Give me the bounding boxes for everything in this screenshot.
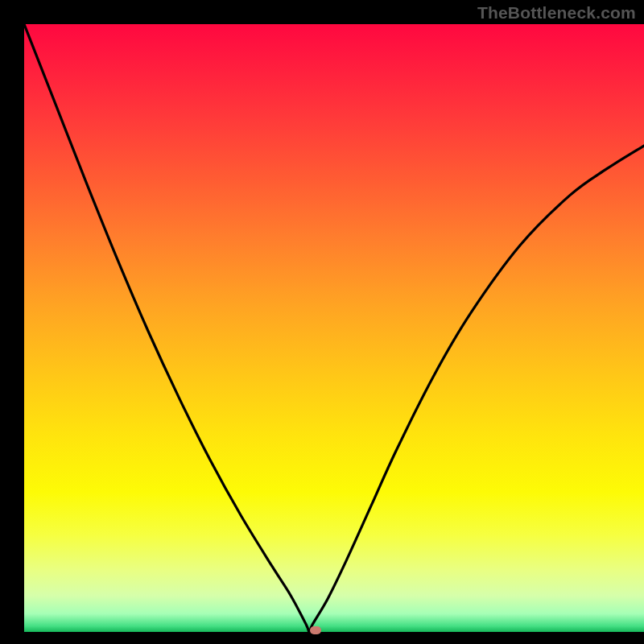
plot-area bbox=[24, 24, 644, 632]
chart-frame: TheBottleneck.com bbox=[0, 0, 644, 644]
watermark-text: TheBottleneck.com bbox=[477, 3, 636, 23]
optimum-marker bbox=[310, 626, 321, 634]
bottleneck-curve bbox=[24, 24, 644, 632]
